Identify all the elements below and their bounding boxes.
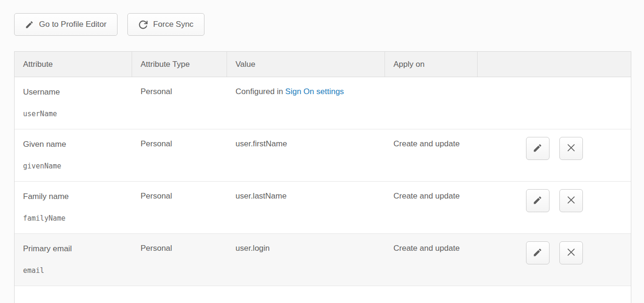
close-icon <box>566 195 576 206</box>
header-attribute-type: Attribute Type <box>132 52 227 77</box>
sign-on-settings-link[interactable]: Sign On settings <box>285 87 344 96</box>
table-row-primary-email: Primary email email Personal user.login … <box>15 234 631 286</box>
delete-attribute-button[interactable] <box>559 189 583 212</box>
actions-cell <box>478 182 631 233</box>
actions-cell <box>478 129 631 181</box>
apply-on-cell: Create and update <box>385 182 478 233</box>
apply-on-cell <box>385 77 478 129</box>
header-value: Value <box>227 52 385 77</box>
actions-cell <box>478 77 631 129</box>
value-cell: user.firstName <box>227 129 385 181</box>
pencil-icon <box>25 20 34 29</box>
toolbar: Go to Profile Editor Force Sync <box>14 13 204 36</box>
apply-on-cell: Create and update <box>385 129 478 181</box>
value-cell: user.login <box>227 234 385 286</box>
attribute-label: Family name <box>23 191 124 201</box>
attribute-label: Given name <box>23 139 124 149</box>
attribute-type-cell: Personal <box>132 182 227 233</box>
table-row-username: Username userName Personal Configured in… <box>15 77 631 129</box>
attribute-type-cell: Personal <box>132 129 227 181</box>
edit-attribute-button[interactable] <box>526 189 550 212</box>
close-icon <box>566 143 576 154</box>
attribute-type-cell: Personal <box>132 77 227 129</box>
force-sync-label: Force Sync <box>153 20 194 29</box>
attribute-variable-name: familyName <box>23 214 124 223</box>
delete-attribute-button[interactable] <box>559 241 583 264</box>
attribute-type-cell: Personal <box>132 234 227 286</box>
table-row-family-name: Family name familyName Personal user.las… <box>15 182 631 234</box>
delete-attribute-button[interactable] <box>559 137 583 160</box>
table-row-partial <box>15 286 631 303</box>
attribute-cell: Given name givenName <box>15 129 132 181</box>
attribute-mapping-table: Attribute Attribute Type Value Apply on … <box>14 51 631 303</box>
value-cell: Configured in Sign On settings <box>227 77 385 129</box>
header-actions <box>478 52 631 77</box>
attribute-cell: Username userName <box>15 77 132 129</box>
attribute-variable-name: email <box>23 266 124 275</box>
attribute-variable-name: userName <box>23 110 124 118</box>
edit-attribute-button[interactable] <box>526 137 550 160</box>
go-to-profile-editor-button[interactable]: Go to Profile Editor <box>14 13 118 36</box>
force-sync-button[interactable]: Force Sync <box>127 13 204 36</box>
go-to-profile-editor-label: Go to Profile Editor <box>39 20 107 29</box>
refresh-icon <box>138 20 148 30</box>
table-row-given-name: Given name givenName Personal user.first… <box>15 129 631 182</box>
attribute-label: Username <box>23 87 124 97</box>
attribute-label: Primary email <box>23 244 124 254</box>
header-attribute: Attribute <box>15 52 132 77</box>
apply-on-cell: Create and update <box>385 234 478 286</box>
header-apply-on: Apply on <box>385 52 478 77</box>
pencil-icon <box>533 143 542 154</box>
close-icon <box>566 247 576 258</box>
value-cell: user.lastName <box>227 182 385 233</box>
pencil-icon <box>533 195 542 207</box>
value-prefix-text: Configured in <box>236 87 285 96</box>
edit-attribute-button[interactable] <box>526 241 550 264</box>
table-header-row: Attribute Attribute Type Value Apply on <box>15 52 631 77</box>
actions-cell <box>478 234 631 286</box>
attribute-cell: Primary email email <box>15 234 132 286</box>
attribute-cell: Family name familyName <box>15 182 132 233</box>
attribute-variable-name: givenName <box>23 162 124 170</box>
pencil-icon <box>533 247 542 259</box>
